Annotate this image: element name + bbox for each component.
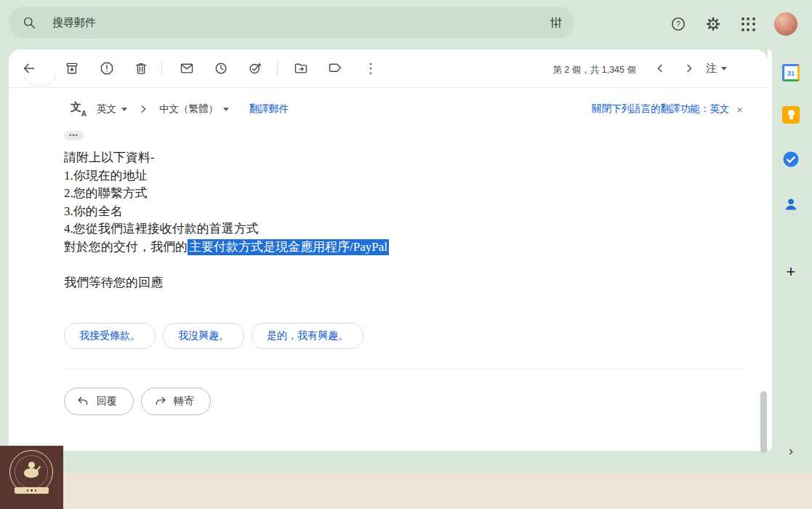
reply-button[interactable]: 回覆 — [64, 388, 134, 415]
body-closing-line: 我們等待您的回應 — [64, 274, 389, 292]
blank-line — [64, 256, 389, 274]
tasks-check-glyph — [782, 151, 800, 168]
label-tag-icon[interactable] — [323, 56, 347, 81]
forward-label: 轉寄 — [174, 395, 194, 408]
calendar-day-number: 31 — [787, 69, 795, 77]
body-line: 4.您從我們這裡接收付款的首選方式 — [64, 220, 389, 239]
vertical-scrollbar[interactable] — [760, 391, 767, 453]
body-line: 1.你現在的地址 — [64, 167, 389, 185]
chevron-down-icon — [721, 67, 727, 71]
translate-message-link[interactable]: 翻譯郵件 — [249, 103, 289, 116]
toolbar-separator — [161, 61, 162, 76]
google-keep-icon[interactable] — [782, 106, 800, 124]
show-trimmed-content-button[interactable]: ••• — [64, 131, 84, 140]
card-gutter — [768, 49, 772, 451]
google-apps-grid-icon[interactable] — [736, 12, 760, 36]
move-to-folder-icon[interactable] — [289, 56, 313, 81]
account-avatar[interactable] — [774, 12, 797, 36]
translate-dismiss-area: 關閉下列語言的翻譯功能：英文 × — [592, 95, 743, 123]
stamp-logo — [0, 446, 63, 509]
sender-avatar-partial — [24, 74, 56, 87]
body-line-payment: 對於您的交付，我們的主要付款方式是現金應用程序/PayPal — [64, 239, 389, 257]
reply-label: 回覆 — [97, 395, 117, 408]
smart-reply-chip[interactable]: 我接受條款。 — [64, 323, 156, 349]
google-contacts-icon[interactable] — [782, 196, 800, 213]
archive-icon[interactable] — [60, 56, 84, 81]
mark-unread-envelope-icon[interactable] — [174, 56, 199, 81]
turn-off-translation-link[interactable]: 關閉下列語言的翻譯功能：英文 — [592, 103, 729, 116]
input-tools-dropdown[interactable]: 注 — [702, 56, 731, 81]
reply-arrow-icon — [76, 395, 90, 409]
chevron-down-icon — [121, 108, 127, 111]
arrow-right-icon — [137, 103, 149, 115]
older-email-chevron-icon[interactable] — [677, 56, 702, 81]
snooze-clock-icon[interactable] — [209, 56, 233, 81]
target-language-dropdown[interactable]: 中文（繁體） — [155, 100, 233, 119]
email-view-card: ⋮ 第 2 個，共 1,345 個 注 文 A 英文 中 — [9, 49, 768, 451]
source-language-dropdown[interactable]: 英文 — [92, 100, 132, 119]
reply-forward-row: 回覆 轉寄 — [64, 388, 211, 415]
get-addons-plus-icon[interactable]: + — [782, 263, 800, 281]
gear-glyph — [705, 16, 721, 32]
body-line: 請附上以下資料- — [64, 149, 389, 167]
more-options-icon[interactable]: ⋮ — [358, 56, 383, 81]
help-circle: ? — [670, 16, 686, 32]
toolbar-separator — [277, 61, 278, 76]
smart-reply-row: 我接受條款。 我沒興趣。 是的，我有興趣。 — [64, 323, 363, 349]
pagination-status: 第 2 個，共 1,345 個 — [552, 64, 636, 76]
delete-trash-icon[interactable] — [129, 56, 153, 81]
side-panel-expand-chevron-icon[interactable]: › — [782, 442, 800, 460]
translate-bar: 文 A 英文 中文（繁體） 翻譯郵件 — [71, 95, 289, 123]
settings-gear-icon[interactable] — [701, 12, 725, 36]
chevron-down-icon — [223, 108, 229, 111]
search-icon — [22, 15, 36, 30]
selected-text-highlight: 主要付款方式是現金應用程序/PayPal — [188, 239, 389, 255]
forward-button[interactable]: 轉寄 — [141, 388, 211, 415]
body-line: 2.您的聯繫方式 — [64, 185, 389, 203]
search-filter-icon[interactable] — [548, 15, 563, 30]
input-tools-label: 注 — [706, 62, 717, 76]
target-language-label: 中文（繁體） — [159, 103, 218, 116]
more-vertical-glyph: ⋮ — [364, 60, 377, 76]
search-input[interactable]: 搜尋郵件 — [52, 16, 548, 30]
reply-divider — [64, 369, 743, 369]
forward-arrow-icon — [153, 395, 167, 409]
help-icon[interactable]: ? — [666, 12, 691, 36]
smart-reply-chip[interactable]: 是的，我有興趣。 — [252, 323, 363, 349]
google-calendar-icon[interactable]: 31 — [782, 64, 800, 81]
body-line: 3.你的全名 — [64, 203, 389, 221]
toolbar-divider — [9, 87, 768, 88]
apps-grid-dots — [741, 17, 755, 31]
google-tasks-icon[interactable] — [782, 151, 800, 168]
contacts-person-glyph — [782, 196, 800, 213]
windows-taskbar: 搜尋 8 W ☁ 英 ㄅ — [0, 473, 812, 509]
payment-prefix-text: 對於您的交付，我們的 — [64, 240, 188, 254]
search-bar[interactable]: 搜尋郵件 — [9, 7, 574, 39]
email-body: 請附上以下資料- 1.你現在的地址 2.您的聯繫方式 3.你的全名 4.您從我們… — [64, 149, 389, 292]
source-language-label: 英文 — [97, 103, 116, 116]
add-to-tasks-icon[interactable] — [243, 56, 268, 81]
gmail-window: 搜尋郵件 ? — [0, 0, 812, 509]
help-glyph: ? — [676, 20, 680, 28]
newer-email-chevron-icon[interactable] — [648, 56, 672, 81]
close-icon[interactable]: × — [736, 103, 743, 116]
report-spam-icon[interactable] — [95, 56, 119, 81]
smart-reply-chip[interactable]: 我沒興趣。 — [163, 323, 244, 349]
translate-icon: 文 A — [71, 102, 87, 116]
